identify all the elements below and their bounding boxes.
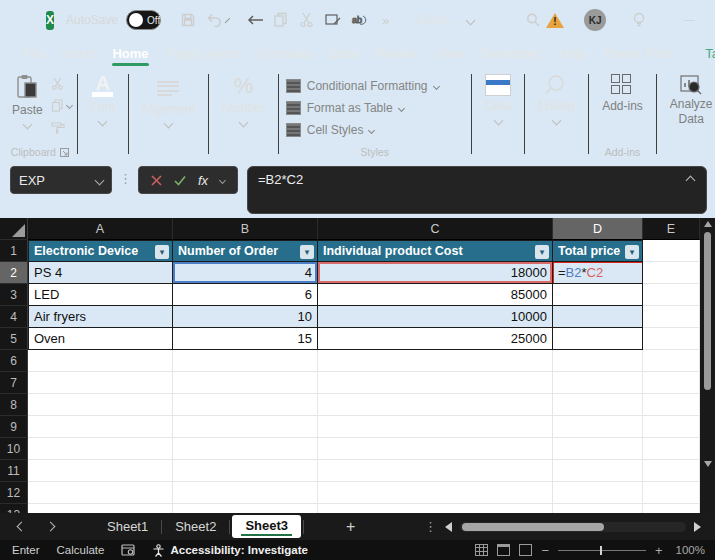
sheet-tab-sheet1[interactable]: Sheet1 — [94, 515, 161, 538]
cell-D3[interactable] — [553, 284, 643, 306]
cell-B9[interactable] — [173, 416, 318, 438]
warning-icon[interactable]: ! — [546, 13, 564, 28]
cell-E1[interactable] — [643, 240, 700, 262]
cell-C1[interactable]: Individual product Cost▾ — [318, 240, 553, 262]
scroll-left-icon[interactable] — [445, 522, 452, 532]
cell-C10[interactable] — [318, 438, 553, 460]
cell-B2[interactable]: 4 — [173, 262, 318, 284]
cell-A10[interactable] — [28, 438, 173, 460]
cell-C11[interactable] — [318, 460, 553, 482]
cell-E7[interactable] — [643, 372, 700, 394]
insert-function-icon[interactable]: fx — [198, 173, 208, 188]
select-all-corner[interactable] — [0, 218, 28, 240]
cell-E3[interactable] — [643, 284, 700, 306]
cell-B4[interactable]: 10 — [173, 306, 318, 328]
tab-insert[interactable]: Insert — [53, 43, 104, 64]
column-header-B[interactable]: B — [173, 218, 318, 240]
cell-A12[interactable] — [28, 482, 173, 504]
cell-D11[interactable] — [553, 460, 643, 482]
add-sheet-button[interactable]: + — [346, 518, 355, 536]
cell-C5[interactable]: 25000 — [318, 328, 553, 350]
tab-file[interactable]: File — [14, 43, 53, 64]
font-menu-button[interactable]: A Font — [81, 70, 125, 129]
tab-developer[interactable]: Developer — [473, 43, 550, 64]
editing-menu-button[interactable]: Editing — [528, 70, 585, 128]
cell-A9[interactable] — [28, 416, 173, 438]
cell-D1[interactable]: Total price▾ — [553, 240, 643, 262]
copy-button[interactable] — [51, 96, 72, 114]
tab-home[interactable]: Home — [103, 43, 157, 64]
cell-C3[interactable]: 85000 — [318, 284, 553, 306]
cell-D12[interactable] — [553, 482, 643, 504]
cell-E8[interactable] — [643, 394, 700, 416]
cell-B6[interactable] — [173, 350, 318, 372]
row-header-4[interactable]: 4 — [0, 306, 28, 328]
cell-D10[interactable] — [553, 438, 643, 460]
cell-A13[interactable] — [28, 504, 173, 513]
accessibility-status[interactable]: Accessibility: Investigate — [170, 544, 307, 556]
cell-D13[interactable] — [553, 504, 643, 513]
filter-button[interactable]: ▾ — [535, 245, 549, 259]
cell-B5[interactable]: 15 — [173, 328, 318, 350]
cell-E11[interactable] — [643, 460, 700, 482]
quick-access-overflow-icon[interactable]: » — [372, 7, 398, 33]
cell-A5[interactable]: Oven — [28, 328, 173, 350]
lightbulb-icon[interactable] — [626, 7, 652, 33]
cell-E9[interactable] — [643, 416, 700, 438]
tab-view[interactable]: View — [427, 43, 473, 64]
tab-review[interactable]: Review — [366, 43, 427, 64]
filter-button[interactable]: ▾ — [300, 245, 314, 259]
cell-D6[interactable] — [553, 350, 643, 372]
macro-record-icon[interactable] — [121, 544, 135, 556]
zoom-level[interactable]: 100% — [676, 544, 705, 556]
row-header-10[interactable]: 10 — [0, 438, 28, 460]
cell-D5[interactable] — [553, 328, 643, 350]
scroll-down-icon[interactable] — [704, 461, 712, 467]
cell-B13[interactable] — [173, 504, 318, 513]
cell-A4[interactable]: Air fryers — [28, 306, 173, 328]
row-header-6[interactable]: 6 — [0, 350, 28, 372]
row-header-11[interactable]: 11 — [0, 460, 28, 482]
filter-button[interactable]: ▾ — [625, 245, 639, 259]
cell-E4[interactable] — [643, 306, 700, 328]
cell-E5[interactable] — [643, 328, 700, 350]
previous-sheet-icon[interactable] — [17, 522, 27, 532]
number-menu-button[interactable]: % Number — [212, 70, 275, 130]
autosave-toggle[interactable]: Off — [126, 10, 161, 30]
cell-C6[interactable] — [318, 350, 553, 372]
cell-C2[interactable]: 18000 — [318, 262, 553, 284]
cell-A3[interactable]: LED — [28, 284, 173, 306]
page-layout-view-icon[interactable] — [497, 544, 510, 556]
cell-A8[interactable] — [28, 394, 173, 416]
cell-A6[interactable] — [28, 350, 173, 372]
row-header-9[interactable]: 9 — [0, 416, 28, 438]
sheet-tab-sheet2[interactable]: Sheet2 — [162, 515, 229, 538]
cell-B1[interactable]: Number of Order▾ — [173, 240, 318, 262]
cell-B8[interactable] — [173, 394, 318, 416]
column-header-A[interactable]: A — [28, 218, 173, 240]
undo-icon[interactable] — [201, 7, 227, 33]
tab-scroll-divider[interactable]: ⋮ — [424, 519, 437, 534]
sheet-tab-sheet3[interactable]: Sheet3 — [232, 515, 301, 538]
tab-table-design[interactable]: Table Design — [696, 43, 715, 64]
calculate-indicator[interactable]: Calculate — [57, 544, 105, 556]
cell-D9[interactable] — [553, 416, 643, 438]
minimize-button[interactable] — [672, 0, 706, 40]
cut-button[interactable] — [51, 74, 72, 92]
tab-power-pivot[interactable]: Power Pivot — [595, 43, 682, 64]
scroll-right-icon[interactable] — [694, 522, 701, 532]
cut-icon[interactable] — [294, 7, 320, 33]
tab-help[interactable]: Help — [550, 43, 595, 64]
expand-formula-bar-icon[interactable] — [686, 176, 696, 186]
row-header-8[interactable]: 8 — [0, 394, 28, 416]
copy-icon[interactable] — [268, 7, 294, 33]
cell-E2[interactable] — [643, 262, 700, 284]
cell-E6[interactable] — [643, 350, 700, 372]
tab-formulas[interactable]: Formulas — [249, 43, 321, 64]
cancel-icon[interactable] — [151, 175, 162, 186]
cell-C4[interactable]: 10000 — [318, 306, 553, 328]
cell-D8[interactable] — [553, 394, 643, 416]
cell-C13[interactable] — [318, 504, 553, 513]
scroll-up-icon[interactable] — [704, 221, 712, 227]
cell-E12[interactable] — [643, 482, 700, 504]
